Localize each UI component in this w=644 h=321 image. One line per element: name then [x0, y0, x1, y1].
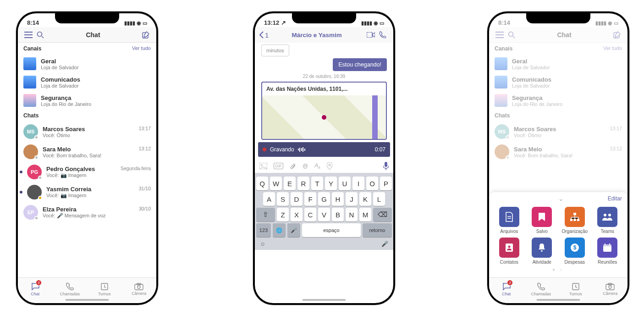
key-e[interactable]: E [284, 177, 296, 190]
compose-icon[interactable] [611, 29, 623, 41]
channel-item[interactable]: GeralLoja de Salvador [18, 55, 156, 73]
location-card[interactable]: Av. das Nações Unidas, 1101,... [261, 82, 387, 140]
edit-button[interactable]: Editar [608, 195, 622, 202]
svg-rect-10 [385, 162, 387, 167]
home-indicator[interactable] [303, 299, 346, 301]
menu-icon[interactable] [494, 29, 506, 41]
channel-avatar [23, 76, 36, 89]
see-all-link[interactable]: Ver tudo [603, 45, 622, 52]
key-t[interactable]: T [311, 177, 323, 190]
key-n[interactable]: N [346, 208, 358, 221]
home-indicator[interactable] [66, 299, 109, 301]
key-v[interactable]: V [318, 208, 330, 221]
chat-item[interactable]: MS Marcos Soares13:17 Você: Ótimo [489, 122, 627, 142]
key-w[interactable]: W [270, 177, 282, 190]
tab-chamadas[interactable]: Chamadas [524, 278, 559, 300]
app-reuniões[interactable]: Reuniões [592, 238, 623, 265]
key-r[interactable]: R [297, 177, 309, 190]
back-button[interactable]: 1 [259, 31, 269, 39]
key-f[interactable]: F [304, 192, 316, 206]
chevron-down-icon[interactable]: ⌄ [515, 195, 608, 202]
app-contatos[interactable]: Contatos [494, 238, 525, 265]
presence-icon [38, 196, 42, 200]
attach-icon[interactable] [290, 162, 296, 170]
key-p[interactable]: P [380, 177, 392, 190]
mention-icon[interactable]: @ [303, 163, 308, 169]
audio-call-icon[interactable] [377, 29, 389, 41]
app-label: Atividade [533, 260, 551, 265]
channel-item[interactable]: SegurançaLoja do Rio de Janeiro [489, 91, 627, 110]
key-y[interactable]: Y [325, 177, 337, 190]
space-key[interactable]: espaço [302, 223, 361, 237]
chat-item[interactable]: PG Pedro GonçalvesSegunda-feira Você: 📷 … [18, 162, 156, 182]
map-pin-icon [322, 115, 326, 120]
key-c[interactable]: C [304, 208, 316, 221]
app-organização[interactable]: Organização [559, 207, 590, 234]
gif-icon[interactable]: GIF [274, 163, 283, 169]
keyboard-mic-key[interactable]: 🎤 [381, 241, 388, 247]
channel-item[interactable]: GeralLoja de Salvador [489, 55, 627, 73]
key-k[interactable]: K [359, 192, 371, 206]
chat-item[interactable]: EP Elza Pereira30/10 Você: 🎤 Mensagem de… [18, 202, 156, 222]
chat-item[interactable]: Yasmim Correia31/10 Você: 📷 Imagem [18, 182, 156, 202]
key-s[interactable]: S [277, 192, 289, 206]
key-j[interactable]: J [346, 192, 358, 206]
location-icon[interactable] [327, 162, 332, 170]
app-atividade[interactable]: Atividade [527, 238, 558, 265]
chat-item[interactable]: MS Marcos Soares13:17 Você: Ótimo [18, 122, 156, 142]
key-q[interactable]: Q [256, 177, 268, 190]
key-i[interactable]: I [352, 177, 364, 190]
return-key[interactable]: retorno [363, 223, 392, 237]
chat-item[interactable]: Sara Melo13:12 Você: Bom trabalho, Sara! [489, 142, 627, 162]
channel-avatar [23, 94, 36, 107]
message-previous[interactable]: minutos [261, 44, 289, 56]
image-icon[interactable] [259, 163, 267, 169]
tab-turnos[interactable]: Turnos [558, 278, 593, 300]
numbers-key[interactable]: 123 [256, 223, 271, 237]
dictation-key[interactable]: 🎤 [287, 223, 300, 237]
key-d[interactable]: D [291, 192, 303, 206]
channel-item[interactable]: SegurançaLoja do Rio de Janeiro [18, 91, 156, 110]
app-salvo[interactable]: Salvo [527, 207, 558, 234]
chat-item[interactable]: Sara Melo13:12 Você: Bom trabalho, Sara! [18, 142, 156, 162]
tab-câmera[interactable]: Câmera [593, 278, 628, 300]
search-icon[interactable] [506, 29, 517, 41]
mic-icon[interactable] [383, 162, 389, 170]
globe-key[interactable]: 🌐 [273, 223, 286, 237]
emoji-key[interactable]: ☺ [260, 241, 265, 247]
backspace-key[interactable]: ⌫ [373, 208, 392, 221]
key-g[interactable]: G [318, 192, 330, 206]
tab-chat[interactable]: 2Chat [18, 278, 53, 300]
shift-key[interactable]: ⇧ [256, 208, 275, 221]
see-all-link[interactable]: Ver tudo [132, 45, 151, 52]
tab-turnos[interactable]: Turnos [87, 278, 122, 300]
key-b[interactable]: B [332, 208, 344, 221]
tab-label: Câmera [132, 291, 146, 296]
key-l[interactable]: L [373, 192, 385, 206]
video-call-icon[interactable] [365, 29, 377, 41]
tab-label: Turnos [98, 292, 111, 296]
app-arquivos[interactable]: Arquivos [494, 207, 525, 234]
key-a[interactable]: A [263, 192, 275, 206]
key-m[interactable]: M [359, 208, 371, 221]
message-sent[interactable]: Estou chegando! [333, 58, 387, 71]
format-icon[interactable]: AA [314, 162, 320, 169]
menu-icon[interactable] [22, 29, 34, 41]
key-o[interactable]: O [366, 177, 378, 190]
channel-item[interactable]: ComunicadosLoja de Salvador [18, 73, 156, 91]
app-teams[interactable]: Teams [592, 207, 623, 234]
voice-recording-bar[interactable]: Gravando 0:07 [258, 142, 390, 157]
compose-icon[interactable] [140, 29, 152, 41]
key-z[interactable]: Z [277, 208, 289, 221]
search-icon[interactable] [34, 29, 46, 41]
tab-chamadas[interactable]: Chamadas [53, 278, 88, 300]
key-u[interactable]: U [339, 177, 351, 190]
tab-câmera[interactable]: Câmera [122, 278, 157, 300]
app-despesas[interactable]: $Despesas [559, 238, 590, 265]
channel-item[interactable]: ComunicadosLoja de Salvador [489, 73, 627, 91]
key-h[interactable]: H [332, 192, 344, 206]
chat-preview: Você: 📷 Imagem [46, 193, 151, 199]
tab-chat[interactable]: 2Chat [489, 278, 524, 300]
home-indicator[interactable] [537, 299, 580, 301]
key-x[interactable]: X [291, 208, 303, 221]
